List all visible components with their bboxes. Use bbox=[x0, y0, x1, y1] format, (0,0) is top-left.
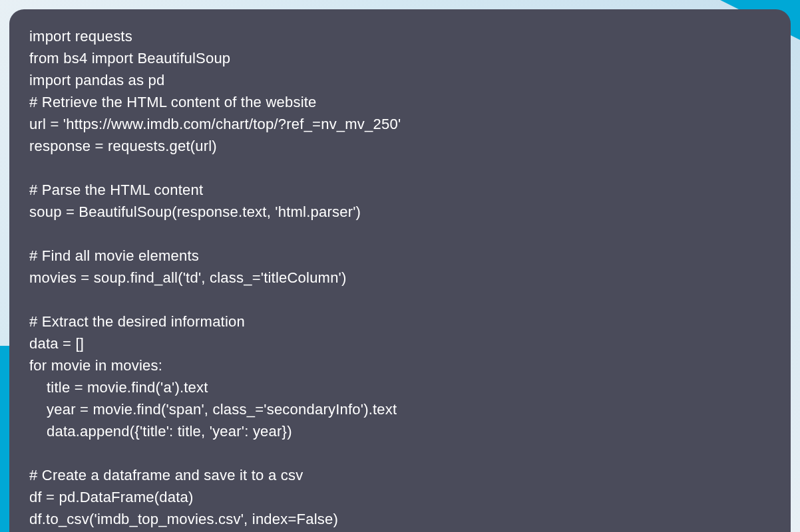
code-line-blank bbox=[29, 157, 771, 179]
code-line-blank bbox=[29, 289, 771, 311]
code-line-blank bbox=[29, 442, 771, 464]
code-line: # Parse the HTML content bbox=[29, 179, 771, 201]
code-line: # Find all movie elements bbox=[29, 245, 771, 267]
code-line: response = requests.get(url) bbox=[29, 135, 771, 157]
code-line: data = [] bbox=[29, 332, 771, 354]
code-line: # Create a dataframe and save it to a cs… bbox=[29, 464, 771, 486]
code-line: title = movie.find('a').text bbox=[29, 376, 771, 398]
code-line: data.append({'title': title, 'year': yea… bbox=[29, 420, 771, 442]
code-block: import requests from bs4 import Beautifu… bbox=[9, 9, 791, 532]
code-line: # Extract the desired information bbox=[29, 311, 771, 332]
code-line: year = movie.find('span', class_='second… bbox=[29, 398, 771, 420]
code-line: for movie in movies: bbox=[29, 354, 771, 376]
code-line-blank bbox=[29, 223, 771, 245]
code-line: from bs4 import BeautifulSoup bbox=[29, 47, 771, 69]
code-line: import pandas as pd bbox=[29, 69, 771, 91]
code-line: import requests bbox=[29, 25, 771, 47]
code-line: df.to_csv('imdb_top_movies.csv', index=F… bbox=[29, 508, 771, 530]
code-line: url = 'https://www.imdb.com/chart/top/?r… bbox=[29, 113, 771, 135]
code-line: # Retrieve the HTML content of the websi… bbox=[29, 91, 771, 113]
code-line: movies = soup.find_all('td', class_='tit… bbox=[29, 267, 771, 289]
code-line: df = pd.DataFrame(data) bbox=[29, 486, 771, 508]
code-line: soup = BeautifulSoup(response.text, 'htm… bbox=[29, 201, 771, 223]
